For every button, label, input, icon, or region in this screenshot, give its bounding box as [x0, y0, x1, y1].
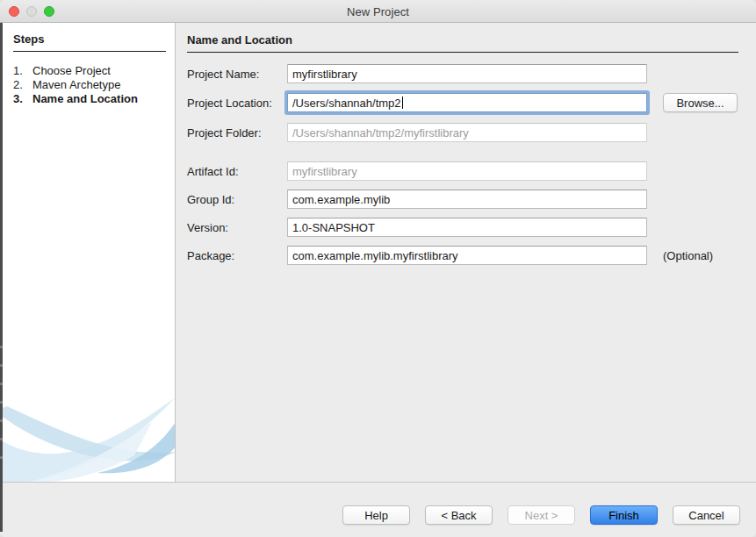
group-id-label: Group Id:: [187, 193, 287, 206]
name-and-location-panel: Name and Location Project Name: myfirstl…: [176, 23, 756, 482]
browse-button[interactable]: Browse...: [663, 93, 738, 112]
step-label: Maven Archetype: [32, 78, 120, 92]
dialog-content: Steps 1. Choose Project 2. Maven Archety…: [3, 23, 756, 482]
artifact-id-label: Artifact Id:: [187, 165, 287, 178]
project-location-field[interactable]: /Users/shannah/tmp2: [287, 93, 647, 112]
package-row: Package: com.example.mylib.myfirstlibrar…: [187, 246, 738, 265]
project-folder-value: /Users/shannah/tmp2/myfirstlibrary: [292, 126, 469, 140]
project-location-label: Project Location:: [187, 97, 287, 110]
group-id-field[interactable]: com.example.mylib: [287, 190, 647, 209]
package-field[interactable]: com.example.mylib.myfirstlibrary: [287, 246, 647, 265]
step-name-and-location: 3. Name and Location: [13, 92, 164, 106]
project-name-row: Project Name: myfirstlibrary: [187, 64, 738, 83]
project-folder-field: /Users/shannah/tmp2/myfirstlibrary: [287, 123, 647, 142]
version-row: Version: 1.0-SNAPSHOT: [187, 218, 738, 237]
dialog-button-bar: Help < Back Next > Finish Cancel: [0, 483, 756, 537]
title-bar[interactable]: New Project: [0, 0, 756, 23]
project-form: Project Name: myfirstlibrary Project Loc…: [187, 64, 738, 265]
artifact-id-field: myfirstlibrary: [287, 161, 647, 181]
steps-heading: Steps: [13, 32, 166, 52]
step-number: 3.: [13, 92, 32, 106]
step-label: Choose Project: [32, 64, 111, 78]
project-name-field[interactable]: myfirstlibrary: [287, 64, 647, 83]
artifact-id-row: Artifact Id: myfirstlibrary: [187, 161, 738, 181]
next-button: Next >: [508, 505, 575, 525]
back-button[interactable]: < Back: [425, 505, 493, 525]
artifact-id-value: myfirstlibrary: [292, 165, 357, 178]
steps-list: 1. Choose Project 2. Maven Archetype 3. …: [13, 64, 164, 106]
version-label: Version:: [187, 221, 287, 234]
group-id-value: com.example.mylib: [292, 193, 390, 206]
package-value: com.example.mylib.myfirstlibrary: [292, 249, 458, 262]
new-project-dialog: New Project Steps 1. Choose Project 2. M…: [0, 0, 756, 537]
step-choose-project: 1. Choose Project: [13, 64, 164, 78]
panel-heading: Name and Location: [187, 33, 738, 53]
project-folder-row: Project Folder: /Users/shannah/tmp2/myfi…: [187, 123, 738, 142]
minimize-window-icon[interactable]: [26, 6, 37, 17]
step-number: 2.: [13, 78, 32, 92]
step-number: 1.: [13, 64, 32, 78]
project-location-row: Project Location: /Users/shannah/tmp2 Br…: [187, 93, 738, 112]
optional-hint: (Optional): [663, 249, 713, 262]
help-button[interactable]: Help: [342, 505, 410, 525]
version-field[interactable]: 1.0-SNAPSHOT: [287, 218, 647, 237]
close-window-icon[interactable]: [9, 6, 19, 17]
window-title: New Project: [0, 0, 756, 23]
background-window-sliver: [0, 23, 3, 532]
project-folder-label: Project Folder:: [187, 126, 287, 140]
netbeans-swoosh-watermark: [3, 387, 176, 482]
finish-button[interactable]: Finish: [590, 505, 658, 525]
step-label: Name and Location: [32, 92, 138, 106]
project-location-value: /Users/shannah/tmp2: [292, 97, 401, 110]
group-id-row: Group Id: com.example.mylib: [187, 190, 738, 209]
window-controls: [9, 0, 54, 23]
version-value: 1.0-SNAPSHOT: [292, 221, 375, 234]
project-name-label: Project Name:: [187, 68, 287, 81]
cancel-button[interactable]: Cancel: [673, 505, 740, 525]
step-maven-archetype: 2. Maven Archetype: [13, 78, 164, 92]
text-caret: [402, 97, 403, 109]
steps-sidebar: Steps 1. Choose Project 2. Maven Archety…: [3, 23, 176, 482]
zoom-window-icon[interactable]: [44, 6, 54, 17]
project-name-value: myfirstlibrary: [292, 68, 357, 81]
package-label: Package:: [187, 249, 287, 262]
